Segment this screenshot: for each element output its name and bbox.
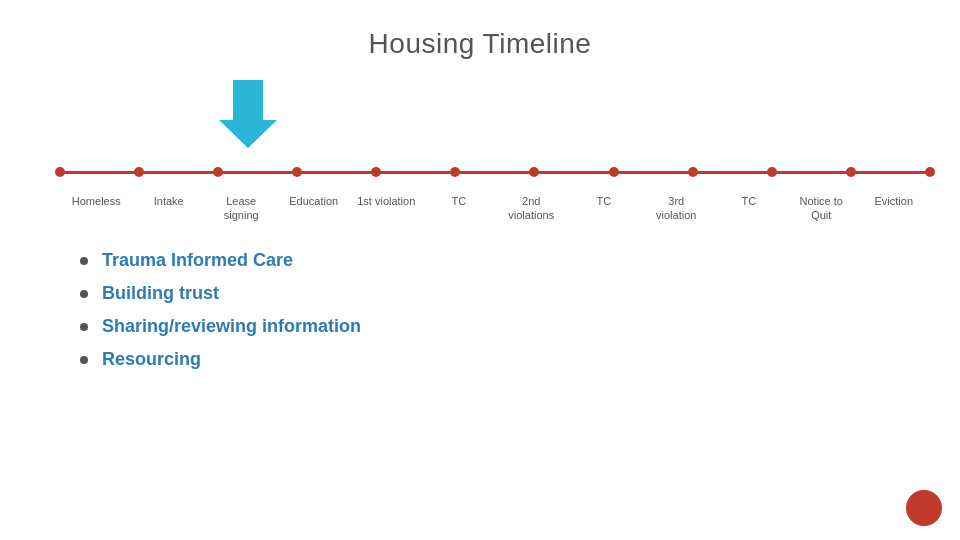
bullets-section: Trauma Informed Care Building trust Shar… xyxy=(0,250,960,370)
timeline-labels: Homeless Intake Leasesigning Education 1… xyxy=(60,180,930,223)
dot-8 xyxy=(688,167,698,177)
slide: Housing Timeline xyxy=(0,0,960,540)
dot-6 xyxy=(529,167,539,177)
label-tc3: TC xyxy=(713,180,786,208)
label-intake: Intake xyxy=(133,180,206,208)
bullet-dot-sharing xyxy=(80,323,88,331)
bullet-sharing: Sharing/reviewing information xyxy=(80,316,960,337)
bullet-text-sharing: Sharing/reviewing information xyxy=(102,316,361,337)
bullet-dot-resourcing xyxy=(80,356,88,364)
dot-10 xyxy=(846,167,856,177)
dot-9 xyxy=(767,167,777,177)
dot-5 xyxy=(450,167,460,177)
bullet-resourcing: Resourcing xyxy=(80,349,960,370)
dot-4 xyxy=(371,167,381,177)
dot-7 xyxy=(609,167,619,177)
label-lease-signing: Leasesigning xyxy=(205,180,278,223)
label-first-violation: 1st violation xyxy=(350,180,423,208)
label-education: Education xyxy=(278,180,351,208)
bullet-dot-trauma xyxy=(80,257,88,265)
label-tc2: TC xyxy=(568,180,641,208)
bullet-text-trauma: Trauma Informed Care xyxy=(102,250,293,271)
page-title: Housing Timeline xyxy=(0,0,960,60)
dot-11 xyxy=(925,167,935,177)
bullet-text-resourcing: Resourcing xyxy=(102,349,201,370)
bullet-trust: Building trust xyxy=(80,283,960,304)
label-eviction: Eviction xyxy=(858,180,931,208)
bullet-trauma: Trauma Informed Care xyxy=(80,250,960,271)
label-third-violation: 3rdviolation xyxy=(640,180,713,223)
dot-1 xyxy=(134,167,144,177)
svg-marker-0 xyxy=(219,80,277,148)
label-homeless: Homeless xyxy=(60,180,133,208)
dot-3 xyxy=(292,167,302,177)
arrow-container xyxy=(218,80,278,148)
bullet-dot-trust xyxy=(80,290,88,298)
label-second-violations: 2ndviolations xyxy=(495,180,568,223)
timeline-wrapper xyxy=(60,170,930,174)
bullet-text-trust: Building trust xyxy=(102,283,219,304)
label-notice-to-quit: Notice toQuit xyxy=(785,180,858,223)
timeline-section: Homeless Intake Leasesigning Education 1… xyxy=(0,70,960,230)
down-arrow-icon xyxy=(219,80,277,148)
label-tc1: TC xyxy=(423,180,496,208)
dot-0 xyxy=(55,167,65,177)
timeline-line xyxy=(60,171,930,174)
dot-2 xyxy=(213,167,223,177)
red-circle-indicator xyxy=(906,490,942,526)
